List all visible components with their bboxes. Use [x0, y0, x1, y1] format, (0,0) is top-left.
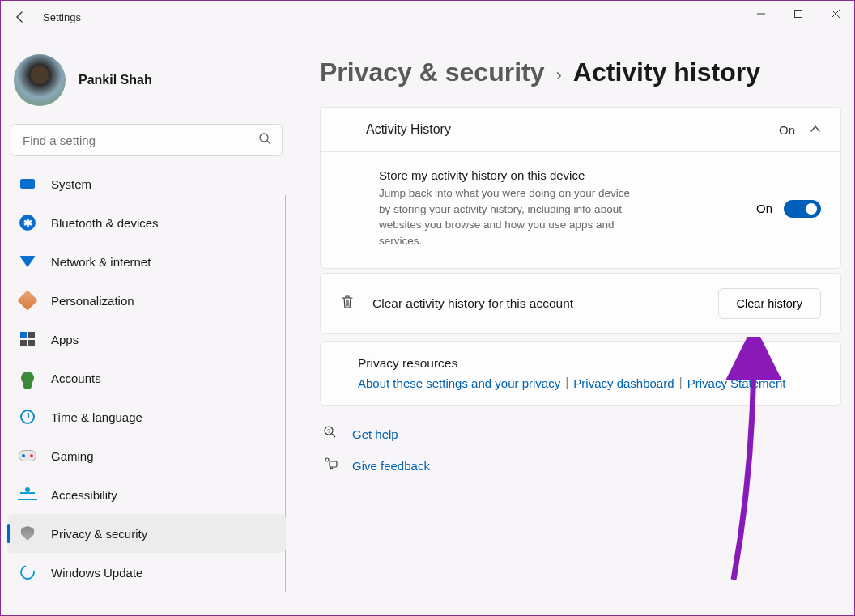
sidebar-item-update[interactable]: Windows Update [7, 553, 286, 592]
wifi-icon [19, 253, 36, 270]
sidebar-item-label: Personalization [51, 294, 134, 308]
store-history-description: Jump back into what you were doing on yo… [379, 185, 638, 249]
bluetooth-icon: ✱ [19, 214, 36, 232]
give-feedback-link[interactable]: Give feedback [352, 459, 430, 473]
main-content: Privacy & security › Activity history Ac… [292, 33, 854, 615]
link-privacy-dashboard[interactable]: Privacy dashboard [573, 376, 674, 390]
paintbrush-icon [19, 291, 36, 309]
store-history-row: Store my activity history on this device… [321, 151, 840, 268]
back-button[interactable] [7, 4, 33, 30]
activity-history-state: On [779, 123, 795, 137]
privacy-resources-row: Privacy resources About these settings a… [320, 341, 841, 406]
svg-point-4 [325, 458, 329, 461]
store-history-toggle[interactable] [784, 200, 821, 218]
page-title: Activity history [573, 57, 760, 87]
search-icon [258, 132, 271, 148]
sidebar-item-label: Apps [51, 333, 79, 346]
store-history-title: Store my activity history on this device [379, 168, 622, 182]
accounts-icon [19, 369, 36, 387]
sidebar-item-label: Gaming [51, 449, 94, 463]
breadcrumb: Privacy & security › Activity history [320, 57, 841, 87]
sidebar-item-apps[interactable]: Apps [7, 320, 286, 359]
svg-point-1 [260, 134, 268, 142]
clear-history-row: Clear activity history for this account … [320, 273, 841, 334]
separator: | [679, 376, 683, 390]
system-icon [19, 175, 36, 193]
give-feedback-row[interactable]: Give feedback [320, 452, 841, 478]
sidebar-item-network[interactable]: Network & internet [7, 242, 286, 281]
sidebar-item-label: Bluetooth & devices [51, 216, 159, 230]
update-icon [19, 563, 36, 581]
nav-list: System ✱ Bluetooth & devices Network & i… [7, 164, 286, 592]
title-bar: Settings [1, 1, 854, 33]
help-icon: ? [323, 425, 338, 443]
link-privacy-statement[interactable]: Privacy Statement [687, 376, 786, 390]
search-box[interactable] [11, 124, 283, 156]
back-arrow-icon [14, 11, 27, 23]
window-controls [742, 1, 854, 27]
sidebar-item-accounts[interactable]: Accounts [7, 359, 286, 397]
close-button[interactable] [817, 1, 854, 27]
sidebar-item-label: Accessibility [51, 488, 117, 502]
search-input[interactable] [11, 124, 283, 156]
minimize-button[interactable] [742, 1, 780, 27]
svg-text:?: ? [327, 427, 331, 435]
sidebar-item-bluetooth[interactable]: ✱ Bluetooth & devices [7, 203, 286, 242]
activity-history-expander[interactable]: Activity History On [321, 108, 840, 151]
sidebar-item-time[interactable]: Time & language [7, 397, 286, 436]
maximize-button[interactable] [780, 1, 817, 27]
trash-icon [340, 295, 355, 312]
breadcrumb-parent[interactable]: Privacy & security [320, 57, 545, 87]
sidebar-item-label: Accounts [51, 372, 101, 385]
sidebar-item-gaming[interactable]: Gaming [7, 436, 286, 475]
shield-icon [19, 525, 36, 542]
clock-icon [19, 408, 36, 426]
sidebar-item-label: Privacy & security [51, 527, 147, 541]
svg-rect-5 [330, 461, 337, 467]
sidebar: Pankil Shah System ✱ Bluetooth & devices… [1, 33, 292, 615]
store-history-state-label: On [756, 202, 772, 215]
feedback-icon [323, 457, 338, 474]
privacy-resources-title: Privacy resources [358, 356, 785, 371]
separator: | [565, 376, 568, 390]
clear-history-label: Clear activity history for this account [372, 296, 700, 311]
breadcrumb-separator: › [556, 65, 562, 86]
sidebar-item-label: Network & internet [51, 255, 151, 269]
sidebar-item-privacy[interactable]: Privacy & security [7, 514, 286, 553]
link-about-settings[interactable]: About these settings and your privacy [358, 376, 560, 390]
activity-history-card: Activity History On Store my activity hi… [320, 107, 841, 269]
svg-rect-0 [795, 11, 802, 18]
activity-history-label: Activity History [366, 122, 451, 137]
get-help-link[interactable]: Get help [352, 427, 398, 441]
sidebar-item-accessibility[interactable]: Accessibility [7, 475, 286, 514]
get-help-row[interactable]: ? Get help [320, 420, 841, 448]
user-name: Pankil Shah [79, 73, 152, 87]
accessibility-icon [19, 486, 36, 503]
clear-history-button[interactable]: Clear history [718, 288, 821, 319]
sidebar-item-personalization[interactable]: Personalization [7, 281, 286, 320]
chevron-up-icon [810, 123, 821, 137]
sidebar-item-label: Time & language [51, 410, 142, 424]
gamepad-icon [19, 447, 36, 465]
sidebar-item-label: System [51, 177, 91, 191]
sidebar-item-system[interactable]: System [7, 164, 286, 203]
apps-icon [19, 330, 36, 348]
privacy-resources-links: About these settings and your privacy | … [358, 376, 785, 390]
user-profile[interactable]: Pankil Shah [7, 46, 286, 124]
avatar [14, 54, 66, 106]
sidebar-item-label: Windows Update [51, 566, 142, 580]
window-title: Settings [43, 11, 81, 23]
